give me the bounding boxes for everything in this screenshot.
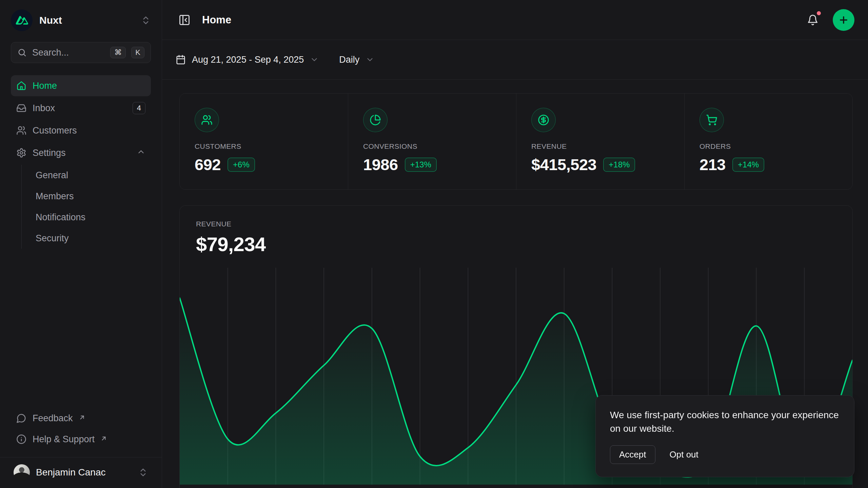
users-icon bbox=[16, 125, 26, 136]
gear-icon bbox=[16, 148, 26, 158]
kbd-k: K bbox=[131, 47, 144, 58]
settings-submenu: General Members Notifications Security bbox=[21, 165, 151, 249]
external-link-icon bbox=[79, 412, 85, 423]
revenue-panel-label: REVENUE bbox=[196, 220, 836, 228]
external-link-icon bbox=[101, 433, 107, 444]
topbar: Home bbox=[162, 0, 868, 40]
collapse-sidebar-button[interactable] bbox=[176, 11, 193, 29]
stat-label: ORDERS bbox=[699, 142, 837, 150]
add-button[interactable] bbox=[833, 9, 854, 31]
info-circle-icon bbox=[16, 434, 26, 444]
avatar bbox=[14, 464, 30, 481]
shopping-cart-icon bbox=[706, 114, 717, 126]
panel-left-close-icon bbox=[178, 14, 191, 26]
granularity-value: Daily bbox=[339, 55, 359, 65]
user-name: Benjamin Canac bbox=[36, 467, 105, 478]
stat-card-orders: ORDERS 213 +14% bbox=[684, 94, 852, 189]
pie-chart-icon bbox=[370, 114, 381, 126]
bell-icon bbox=[807, 14, 818, 26]
help-support-label: Help & Support bbox=[33, 434, 95, 445]
feedback-label: Feedback bbox=[33, 413, 73, 424]
stat-card-revenue: REVENUE $415,523 +18% bbox=[516, 94, 684, 189]
notifications-button[interactable] bbox=[804, 12, 821, 28]
message-bubble-icon bbox=[16, 413, 26, 423]
cookie-optout-button[interactable]: Opt out bbox=[670, 446, 698, 464]
sidebar-item-notifications[interactable]: Notifications bbox=[36, 207, 151, 228]
inbox-count-badge: 4 bbox=[133, 102, 145, 114]
cookie-accept-button[interactable]: Accept bbox=[610, 445, 655, 464]
stat-delta-badge: +18% bbox=[603, 158, 635, 172]
search-icon bbox=[17, 48, 27, 57]
revenue-panel-value: $79,234 bbox=[196, 233, 836, 256]
stat-value: 213 bbox=[699, 155, 726, 174]
chevron-up-icon bbox=[137, 147, 145, 159]
stat-label: CONVERSIONS bbox=[363, 142, 501, 150]
stat-card-conversions: CONVERSIONS 1986 +13% bbox=[348, 94, 516, 189]
filters-toolbar: Aug 21, 2025 - Sep 4, 2025 Daily bbox=[162, 40, 868, 80]
circle-dollar-icon bbox=[538, 114, 549, 126]
stat-label: CUSTOMERS bbox=[195, 142, 333, 150]
stat-delta-badge: +13% bbox=[405, 158, 437, 172]
chevrons-up-down-icon bbox=[141, 15, 151, 25]
sidebar: Nuxt ⌘ K Home Inbox 4 Customers bbox=[0, 0, 162, 488]
stat-label: REVENUE bbox=[531, 142, 669, 150]
search-input-wrapper[interactable]: ⌘ K bbox=[11, 42, 151, 63]
sidebar-item-members[interactable]: Members bbox=[36, 186, 151, 207]
chevron-down-icon bbox=[366, 55, 374, 64]
stat-value: 692 bbox=[195, 155, 221, 174]
sidebar-item-label: Inbox bbox=[33, 103, 55, 114]
sidebar-item-customers[interactable]: Customers bbox=[11, 120, 151, 141]
users-icon bbox=[201, 114, 213, 126]
cookie-banner: We use first-party cookies to enhance yo… bbox=[595, 395, 854, 477]
sidebar-item-label: Home bbox=[33, 81, 57, 91]
home-icon bbox=[16, 81, 26, 91]
sidebar-item-settings[interactable]: Settings bbox=[11, 142, 151, 163]
stat-delta-badge: +14% bbox=[732, 158, 764, 172]
kbd-command: ⌘ bbox=[110, 47, 126, 58]
plus-icon bbox=[838, 15, 849, 25]
inbox-icon bbox=[16, 103, 26, 113]
sidebar-item-label: Customers bbox=[33, 125, 77, 136]
chevron-down-icon bbox=[310, 55, 319, 64]
granularity-select[interactable]: Daily bbox=[339, 55, 374, 65]
sidebar-nav: Home Inbox 4 Customers Settings General bbox=[11, 75, 151, 249]
sidebar-item-general[interactable]: General bbox=[36, 165, 151, 186]
date-range-picker[interactable]: Aug 21, 2025 - Sep 4, 2025 bbox=[176, 55, 319, 65]
chevrons-up-down-icon bbox=[138, 467, 148, 477]
page-title: Home bbox=[202, 14, 231, 26]
user-menu[interactable]: Benjamin Canac bbox=[11, 458, 151, 488]
help-support-link[interactable]: Help & Support bbox=[11, 429, 151, 450]
feedback-link[interactable]: Feedback bbox=[11, 408, 151, 429]
sidebar-item-label: Settings bbox=[33, 148, 66, 158]
stat-value: $415,523 bbox=[531, 155, 596, 174]
stat-value: 1986 bbox=[363, 155, 398, 174]
team-name: Nuxt bbox=[39, 15, 62, 26]
stat-delta-badge: +6% bbox=[228, 158, 255, 172]
sidebar-item-security[interactable]: Security bbox=[36, 228, 151, 249]
date-range-value: Aug 21, 2025 - Sep 4, 2025 bbox=[192, 55, 304, 65]
search-input[interactable] bbox=[32, 47, 105, 58]
sidebar-footer: Feedback Help & Support bbox=[11, 408, 151, 456]
stats-panel: CUSTOMERS 692 +6% CONVERSIONS 1986 +13% bbox=[179, 93, 853, 190]
calendar-icon bbox=[176, 55, 186, 65]
sidebar-item-inbox[interactable]: Inbox 4 bbox=[11, 98, 151, 119]
sidebar-item-home[interactable]: Home bbox=[11, 75, 151, 96]
stat-card-customers: CUSTOMERS 692 +6% bbox=[180, 94, 348, 189]
cookie-message: We use first-party cookies to enhance yo… bbox=[610, 408, 840, 436]
notification-dot bbox=[816, 10, 822, 16]
nuxt-logo-icon bbox=[11, 9, 33, 31]
team-switcher[interactable]: Nuxt bbox=[11, 8, 151, 33]
